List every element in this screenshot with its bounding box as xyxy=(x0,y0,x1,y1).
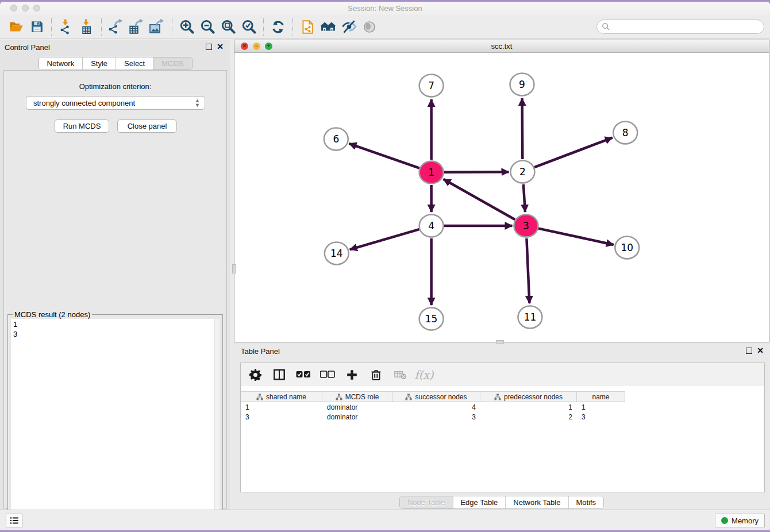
search-field[interactable] xyxy=(596,20,764,34)
graph-node-14[interactable]: 14 xyxy=(325,242,349,265)
main-toolbar xyxy=(0,15,770,39)
run-mcds-button[interactable]: Run MCDS xyxy=(55,119,109,133)
svg-text:2: 2 xyxy=(519,166,526,178)
export-network-button[interactable] xyxy=(106,18,126,36)
graph-edge-2-8[interactable] xyxy=(534,138,613,168)
zoom-in-button[interactable] xyxy=(176,18,197,36)
graph-edge-1-6[interactable] xyxy=(349,144,419,168)
open-session-button[interactable] xyxy=(6,18,26,36)
deselect-all-icon[interactable] xyxy=(320,367,335,382)
svg-text:10: 10 xyxy=(621,242,633,253)
hierarchy-icon xyxy=(256,394,263,400)
column-header-shared-name[interactable]: shared name xyxy=(241,392,322,402)
select-all-icon[interactable] xyxy=(296,367,311,382)
tab-motifs[interactable]: Motifs xyxy=(568,496,603,508)
tab-select[interactable]: Select xyxy=(116,57,153,70)
tab-edge-table[interactable]: Edge Table xyxy=(453,496,506,508)
graph-node-8[interactable]: 8 xyxy=(613,122,637,144)
import-network-button[interactable] xyxy=(56,18,76,36)
svg-text:9: 9 xyxy=(519,79,525,90)
first-neighbors-button[interactable] xyxy=(318,18,338,36)
toolbar-separator xyxy=(101,18,102,36)
column-header-name[interactable]: name xyxy=(577,392,625,402)
import-table-button[interactable] xyxy=(76,18,97,36)
graph-edge-3-10[interactable] xyxy=(538,229,614,245)
table-cell: 2 xyxy=(480,413,577,422)
export-image-button[interactable] xyxy=(147,18,168,36)
mcds-tab-content: Optimization criterion: strongly connect… xyxy=(3,70,227,508)
float-table-panel-icon[interactable] xyxy=(746,348,752,354)
hide-selected-button[interactable] xyxy=(338,18,359,36)
memory-status-icon xyxy=(721,517,728,524)
tab-network[interactable]: Network xyxy=(38,57,83,70)
graph-node-10[interactable]: 10 xyxy=(615,237,639,259)
graph-edge-3-11[interactable] xyxy=(526,238,529,303)
graph-node-7[interactable]: 7 xyxy=(419,75,444,97)
graph-node-6[interactable]: 6 xyxy=(324,128,348,151)
graph-edge-1-2[interactable] xyxy=(444,172,509,172)
float-panel-icon[interactable] xyxy=(206,44,212,50)
network-window-titlebar[interactable]: ✕ − + scc.txt xyxy=(234,40,769,53)
network-canvas[interactable]: 7968124314101511 xyxy=(234,53,769,342)
function-builder-icon: f(x) xyxy=(417,367,432,382)
add-row-icon[interactable] xyxy=(344,367,359,382)
criterion-value: strongly connected component xyxy=(33,99,135,107)
show-all-button[interactable] xyxy=(359,18,380,36)
table-settings-icon[interactable] xyxy=(248,367,263,382)
table-cell: 1 xyxy=(577,403,625,413)
mcds-result-text[interactable]: 1 3 xyxy=(11,319,214,529)
column-header-successor-nodes[interactable]: successor nodes xyxy=(392,392,480,402)
network-view-window: ✕ − + scc.txt 7968124314101511 xyxy=(234,40,769,342)
close-table-panel-icon[interactable]: ✕ xyxy=(757,346,764,355)
tab-network-table[interactable]: Network Table xyxy=(506,496,568,508)
table-row[interactable]: 1dominator411 xyxy=(241,403,764,413)
memory-button[interactable]: Memory xyxy=(715,514,765,527)
svg-text:3: 3 xyxy=(523,220,529,232)
result-scrollbar[interactable] xyxy=(214,319,220,529)
delete-row-icon[interactable] xyxy=(368,367,383,382)
control-panel-header: Control Panel ✕ xyxy=(0,40,230,55)
dropdown-spinner-icon: ▲▼ xyxy=(195,98,200,107)
hierarchy-icon xyxy=(405,394,412,400)
column-header-predecessor-nodes[interactable]: predecessor nodes xyxy=(480,392,577,402)
graph-node-2[interactable]: 2 xyxy=(510,161,534,183)
table-row[interactable]: 3dominator323 xyxy=(241,413,764,422)
zoom-out-button[interactable] xyxy=(197,18,218,36)
table-cell: 3 xyxy=(392,413,480,422)
graph-node-9[interactable]: 9 xyxy=(510,74,534,96)
table-toolbar: f(x) xyxy=(241,363,764,386)
graph-edge-4-14[interactable] xyxy=(350,229,419,249)
tab-mcds[interactable]: MCDS xyxy=(153,57,191,70)
zoom-fit-button[interactable] xyxy=(218,18,238,36)
tab-node-table[interactable]: Node Table xyxy=(400,496,453,508)
table-panel: Table Panel ✕ f(x) shared nameMCDS roles… xyxy=(234,344,769,512)
tab-style[interactable]: Style xyxy=(83,57,116,70)
close-panel-button[interactable]: Close panel xyxy=(117,119,177,133)
search-input[interactable] xyxy=(611,21,764,33)
graph-node-1[interactable]: 1 xyxy=(419,161,444,184)
column-header-label: name xyxy=(592,393,609,401)
graph-edge-2-3[interactable] xyxy=(523,184,525,212)
column-layout-icon[interactable] xyxy=(272,367,287,382)
svg-text:4: 4 xyxy=(428,220,434,232)
graph-node-3[interactable]: 3 xyxy=(514,215,538,237)
close-panel-icon[interactable]: ✕ xyxy=(217,42,224,51)
zoom-selected-button[interactable] xyxy=(238,18,259,36)
criterion-dropdown[interactable]: strongly connected component ▲▼ xyxy=(26,96,205,110)
network-view-title: scc.txt xyxy=(234,42,769,51)
clone-network-button[interactable] xyxy=(297,18,318,36)
graph-edge-2-9[interactable] xyxy=(522,98,523,159)
column-header-MCDS-role[interactable]: MCDS role xyxy=(322,392,392,402)
refresh-view-button[interactable] xyxy=(268,18,288,36)
graph-node-11[interactable]: 11 xyxy=(518,306,542,329)
graph-node-15[interactable]: 15 xyxy=(419,308,444,330)
splitter-grip-vertical[interactable] xyxy=(232,264,236,273)
task-history-button[interactable] xyxy=(6,514,22,527)
delete-column-icon xyxy=(392,367,407,382)
graph-edge-3-1[interactable] xyxy=(444,179,515,219)
save-session-button[interactable] xyxy=(26,18,47,36)
export-table-button[interactable] xyxy=(126,18,147,36)
svg-text:7: 7 xyxy=(428,80,434,91)
hierarchy-icon xyxy=(494,394,501,400)
graph-node-4[interactable]: 4 xyxy=(419,215,444,237)
